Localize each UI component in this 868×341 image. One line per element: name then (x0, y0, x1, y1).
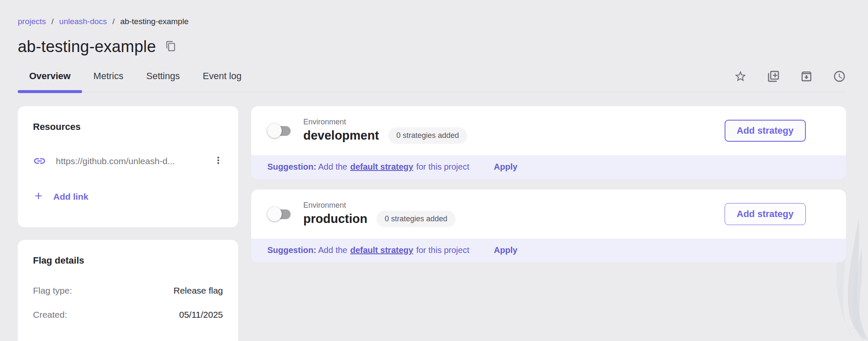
clock-icon (833, 78, 846, 84)
archive-icon (800, 78, 813, 84)
environment-card-development: Environment development 0 strategies add… (251, 106, 846, 179)
environment-header: Environment development 0 strategies add… (251, 106, 846, 155)
environment-info: Environment production 0 strategies adde… (303, 201, 456, 227)
environment-name: production (303, 212, 367, 226)
environment-card-production: Environment production 0 strategies adde… (251, 190, 846, 262)
suggestion-text-before: Add the (316, 162, 347, 171)
flag-created-value: 05/11/2025 (179, 310, 223, 320)
breadcrumb-separator: / (113, 17, 115, 26)
copy-add-icon (767, 78, 780, 84)
add-strategy-button-development[interactable]: Add strategy (725, 120, 806, 142)
favorite-button[interactable] (733, 70, 747, 83)
plus-icon (33, 190, 44, 203)
title-row: ab-testing-example (18, 38, 846, 56)
environment-header: Environment production 0 strategies adde… (251, 190, 846, 239)
flag-created-label: Created: (33, 310, 67, 320)
flag-details-title: Flag details (33, 255, 223, 266)
flag-details-rows: Flag type: Release flag Created: 05/11/2… (33, 286, 223, 320)
history-button[interactable] (832, 70, 846, 83)
archive-button[interactable] (799, 70, 813, 83)
add-link-label: Add link (53, 192, 88, 202)
copy-icon (165, 41, 176, 53)
resource-menu-button[interactable] (212, 155, 225, 168)
suggestion-text-after: for this project (416, 162, 470, 171)
star-icon (734, 78, 747, 84)
suggestion-text-before: Add the (316, 245, 347, 255)
page-title: ab-testing-example (18, 38, 156, 56)
left-column: Resources https://github.com/unleash-d..… (18, 106, 238, 341)
strategies-count-badge: 0 strategies added (376, 211, 455, 227)
environment-name: development (303, 129, 379, 143)
apply-suggestion-button-production[interactable]: Apply (494, 245, 518, 255)
apply-suggestion-button-development[interactable]: Apply (494, 162, 518, 172)
resource-link-row: https://github.com/unleash-d... (33, 154, 223, 168)
breadcrumb-link-projects[interactable]: projects (18, 17, 46, 26)
resources-title: Resources (33, 121, 223, 132)
default-strategy-link[interactable]: default strategy (350, 162, 413, 171)
flag-type-value: Release flag (173, 286, 223, 296)
breadcrumb-link-unleash-docs[interactable]: unleash-docs (59, 17, 107, 26)
link-icon (33, 154, 46, 168)
suggestion-bar-production: Suggestion: Add thedefault strategyfor t… (251, 239, 846, 262)
toggle-thumb (267, 124, 282, 138)
flag-type-label: Flag type: (33, 286, 72, 296)
flag-created-row: Created: 05/11/2025 (33, 310, 223, 320)
suggestion-prefix: Suggestion: (267, 162, 316, 171)
toggle-thumb (267, 207, 282, 221)
tabs-row: Overview Metrics Settings Event log (18, 64, 846, 92)
main-content: Resources https://github.com/unleash-d..… (18, 106, 846, 341)
suggestion-bar-development: Suggestion: Add thedefault strategyfor t… (251, 155, 846, 179)
flag-details-card: Flag details Flag type: Release flag Cre… (18, 240, 238, 341)
resources-card: Resources https://github.com/unleash-d..… (18, 106, 238, 227)
tab-overview[interactable]: Overview (18, 64, 82, 92)
resource-link[interactable]: https://github.com/unleash-d... (56, 156, 209, 166)
copy-flag-name-button[interactable] (165, 41, 177, 53)
suggestion-text-after: for this project (416, 245, 470, 255)
default-strategy-link[interactable]: default strategy (350, 245, 413, 255)
environments-column: Environment development 0 strategies add… (251, 106, 846, 262)
project-page: projects / unleash-docs / ab-testing-exa… (0, 0, 868, 341)
tab-settings[interactable]: Settings (135, 64, 192, 92)
copy-flag-button[interactable] (766, 70, 780, 83)
flag-type-row: Flag type: Release flag (33, 286, 223, 296)
breadcrumb: projects / unleash-docs / ab-testing-exa… (18, 17, 846, 26)
breadcrumb-current: ab-testing-example (120, 17, 189, 26)
toolbar (733, 70, 846, 87)
tab-event-log[interactable]: Event log (191, 64, 253, 92)
environment-kicker: Environment (303, 201, 456, 210)
environment-info: Environment development 0 strategies add… (303, 118, 467, 144)
strategies-count-badge: 0 strategies added (388, 127, 467, 144)
environment-kicker: Environment (303, 118, 467, 126)
environment-toggle-development[interactable] (267, 122, 291, 139)
environment-toggle-production[interactable] (267, 206, 291, 223)
breadcrumb-separator: / (52, 17, 54, 26)
tab-metrics[interactable]: Metrics (82, 64, 135, 92)
add-strategy-button-production[interactable]: Add strategy (725, 203, 806, 225)
suggestion-prefix: Suggestion: (267, 245, 316, 255)
add-link-button[interactable]: Add link (33, 190, 88, 203)
kebab-menu-icon (213, 161, 224, 167)
